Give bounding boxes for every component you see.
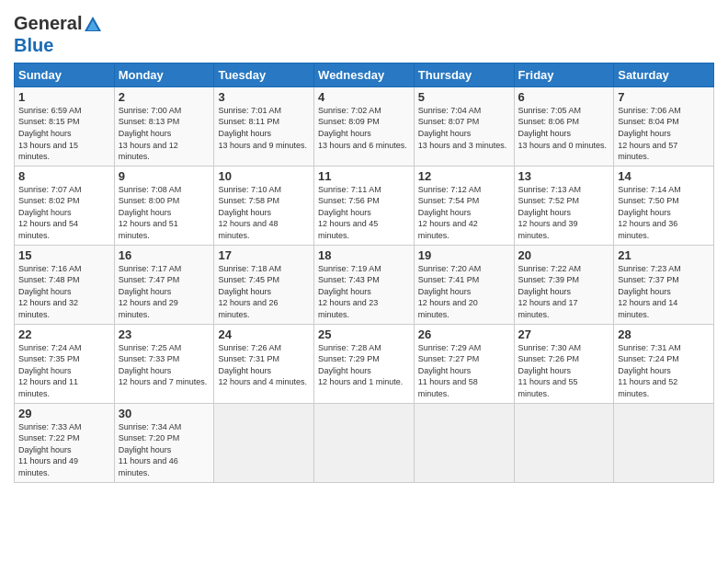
- calendar-cell: 22Sunrise: 7:24 AMSunset: 7:35 PMDayligh…: [15, 324, 115, 403]
- day-number: 21: [618, 248, 710, 262]
- day-info: Sunrise: 7:30 AMSunset: 7:26 PMDaylight …: [518, 342, 610, 400]
- header: General Blue: [14, 9, 714, 55]
- day-number: 26: [418, 327, 510, 341]
- day-info: Sunrise: 7:05 AMSunset: 8:06 PMDaylight …: [518, 105, 610, 151]
- day-number: 11: [318, 169, 410, 183]
- calendar-cell: 28Sunrise: 7:31 AMSunset: 7:24 PMDayligh…: [614, 324, 714, 403]
- day-info: Sunrise: 7:24 AMSunset: 7:35 PMDaylight …: [18, 342, 110, 400]
- day-info: Sunrise: 7:07 AMSunset: 8:02 PMDaylight …: [18, 184, 110, 242]
- day-info: Sunrise: 7:19 AMSunset: 7:43 PMDaylight …: [318, 263, 410, 321]
- day-info: Sunrise: 7:04 AMSunset: 8:07 PMDaylight …: [418, 105, 510, 151]
- day-info: Sunrise: 7:13 AMSunset: 7:52 PMDaylight …: [518, 184, 610, 242]
- calendar-body: 1Sunrise: 6:59 AMSunset: 8:15 PMDaylight…: [15, 86, 714, 482]
- day-info: Sunrise: 7:11 AMSunset: 7:56 PMDaylight …: [318, 184, 410, 242]
- calendar-cell: 26Sunrise: 7:29 AMSunset: 7:27 PMDayligh…: [414, 324, 514, 403]
- day-number: 4: [318, 90, 410, 104]
- day-info: Sunrise: 7:01 AMSunset: 8:11 PMDaylight …: [218, 105, 310, 151]
- calendar-cell: 13Sunrise: 7:13 AMSunset: 7:52 PMDayligh…: [514, 166, 614, 245]
- calendar-container: General Blue SundayMondayTuesdayWednesda…: [0, 0, 728, 492]
- calendar-cell: [214, 403, 314, 482]
- day-number: 3: [218, 90, 310, 104]
- day-info: Sunrise: 7:29 AMSunset: 7:27 PMDaylight …: [418, 342, 510, 400]
- calendar-cell: 9Sunrise: 7:08 AMSunset: 8:00 PMDaylight…: [114, 166, 214, 245]
- calendar-cell: 16Sunrise: 7:17 AMSunset: 7:47 PMDayligh…: [114, 245, 214, 324]
- day-number: 19: [418, 248, 510, 262]
- day-info: Sunrise: 7:20 AMSunset: 7:41 PMDaylight …: [418, 263, 510, 321]
- day-info: Sunrise: 6:59 AMSunset: 8:15 PMDaylight …: [18, 105, 110, 163]
- day-number: 30: [119, 407, 210, 420]
- calendar-cell: 15Sunrise: 7:16 AMSunset: 7:48 PMDayligh…: [15, 245, 115, 324]
- day-number: 17: [218, 248, 310, 262]
- day-info: Sunrise: 7:08 AMSunset: 8:00 PMDaylight …: [119, 184, 210, 242]
- calendar-cell: 4Sunrise: 7:02 AMSunset: 8:09 PMDaylight…: [314, 86, 415, 166]
- day-info: Sunrise: 7:31 AMSunset: 7:24 PMDaylight …: [618, 342, 710, 400]
- calendar-cell: [314, 403, 415, 482]
- calendar-week-1: 1Sunrise: 6:59 AMSunset: 8:15 PMDaylight…: [15, 86, 714, 166]
- calendar-cell: 11Sunrise: 7:11 AMSunset: 7:56 PMDayligh…: [314, 166, 415, 245]
- calendar-cell: 5Sunrise: 7:04 AMSunset: 8:07 PMDaylight…: [414, 86, 514, 166]
- day-number: 25: [318, 327, 410, 341]
- day-info: Sunrise: 7:33 AMSunset: 7:22 PMDaylight …: [18, 421, 110, 479]
- day-number: 14: [618, 169, 710, 183]
- day-info: Sunrise: 7:02 AMSunset: 8:09 PMDaylight …: [318, 105, 410, 151]
- day-info: Sunrise: 7:22 AMSunset: 7:39 PMDaylight …: [518, 263, 610, 321]
- calendar-cell: 24Sunrise: 7:26 AMSunset: 7:31 PMDayligh…: [214, 324, 314, 403]
- weekday-header-thursday: Thursday: [414, 63, 514, 86]
- weekday-header-saturday: Saturday: [614, 63, 714, 86]
- day-number: 5: [418, 90, 510, 104]
- day-number: 13: [518, 169, 610, 183]
- day-number: 20: [518, 248, 610, 262]
- day-info: Sunrise: 7:17 AMSunset: 7:47 PMDaylight …: [119, 263, 210, 321]
- day-info: Sunrise: 7:10 AMSunset: 7:58 PMDaylight …: [218, 184, 310, 242]
- calendar-week-3: 15Sunrise: 7:16 AMSunset: 7:48 PMDayligh…: [15, 245, 714, 324]
- day-info: Sunrise: 7:25 AMSunset: 7:33 PMDaylight …: [119, 342, 210, 388]
- calendar-cell: 10Sunrise: 7:10 AMSunset: 7:58 PMDayligh…: [214, 166, 314, 245]
- logo-blue: Blue: [14, 35, 104, 55]
- calendar-cell: 25Sunrise: 7:28 AMSunset: 7:29 PMDayligh…: [314, 324, 415, 403]
- weekday-header-row: SundayMondayTuesdayWednesdayThursdayFrid…: [15, 63, 714, 86]
- calendar-cell: 12Sunrise: 7:12 AMSunset: 7:54 PMDayligh…: [414, 166, 514, 245]
- day-number: 22: [18, 327, 110, 341]
- day-info: Sunrise: 7:26 AMSunset: 7:31 PMDaylight …: [218, 342, 310, 388]
- day-info: Sunrise: 7:34 AMSunset: 7:20 PMDaylight …: [119, 421, 210, 479]
- weekday-header-monday: Monday: [114, 63, 214, 86]
- calendar-week-4: 22Sunrise: 7:24 AMSunset: 7:35 PMDayligh…: [15, 324, 714, 403]
- day-info: Sunrise: 7:12 AMSunset: 7:54 PMDaylight …: [418, 184, 510, 242]
- day-number: 1: [18, 90, 110, 104]
- logo: General Blue: [14, 13, 104, 55]
- calendar-cell: 27Sunrise: 7:30 AMSunset: 7:26 PMDayligh…: [514, 324, 614, 403]
- calendar-cell: [514, 403, 614, 482]
- day-info: Sunrise: 7:00 AMSunset: 8:13 PMDaylight …: [119, 105, 210, 163]
- day-info: Sunrise: 7:16 AMSunset: 7:48 PMDaylight …: [18, 263, 110, 321]
- weekday-header-friday: Friday: [514, 63, 614, 86]
- calendar-cell: [414, 403, 514, 482]
- day-info: Sunrise: 7:18 AMSunset: 7:45 PMDaylight …: [218, 263, 310, 321]
- calendar-cell: 30Sunrise: 7:34 AMSunset: 7:20 PMDayligh…: [114, 403, 214, 482]
- day-number: 8: [18, 169, 110, 183]
- day-number: 16: [119, 248, 210, 262]
- calendar-cell: 8Sunrise: 7:07 AMSunset: 8:02 PMDaylight…: [15, 166, 115, 245]
- calendar-cell: 19Sunrise: 7:20 AMSunset: 7:41 PMDayligh…: [414, 245, 514, 324]
- logo-icon: [83, 15, 103, 35]
- day-number: 28: [618, 327, 710, 341]
- day-number: 6: [518, 90, 610, 104]
- calendar-table: SundayMondayTuesdayWednesdayThursdayFrid…: [14, 63, 714, 483]
- calendar-cell: 14Sunrise: 7:14 AMSunset: 7:50 PMDayligh…: [614, 166, 714, 245]
- calendar-week-2: 8Sunrise: 7:07 AMSunset: 8:02 PMDaylight…: [15, 166, 714, 245]
- day-info: Sunrise: 7:28 AMSunset: 7:29 PMDaylight …: [318, 342, 410, 388]
- calendar-week-5: 29Sunrise: 7:33 AMSunset: 7:22 PMDayligh…: [15, 403, 714, 482]
- calendar-cell: 7Sunrise: 7:06 AMSunset: 8:04 PMDaylight…: [614, 86, 714, 166]
- logo-general: General: [14, 13, 82, 33]
- day-number: 23: [119, 327, 210, 341]
- day-number: 15: [18, 248, 110, 262]
- calendar-cell: 2Sunrise: 7:00 AMSunset: 8:13 PMDaylight…: [114, 86, 214, 166]
- day-number: 29: [18, 407, 110, 420]
- calendar-cell: 3Sunrise: 7:01 AMSunset: 8:11 PMDaylight…: [214, 86, 314, 166]
- day-number: 12: [418, 169, 510, 183]
- day-number: 7: [618, 90, 710, 104]
- calendar-cell: 20Sunrise: 7:22 AMSunset: 7:39 PMDayligh…: [514, 245, 614, 324]
- calendar-cell: 29Sunrise: 7:33 AMSunset: 7:22 PMDayligh…: [15, 403, 115, 482]
- day-info: Sunrise: 7:14 AMSunset: 7:50 PMDaylight …: [618, 184, 710, 242]
- calendar-cell: 23Sunrise: 7:25 AMSunset: 7:33 PMDayligh…: [114, 324, 214, 403]
- day-number: 2: [119, 90, 210, 104]
